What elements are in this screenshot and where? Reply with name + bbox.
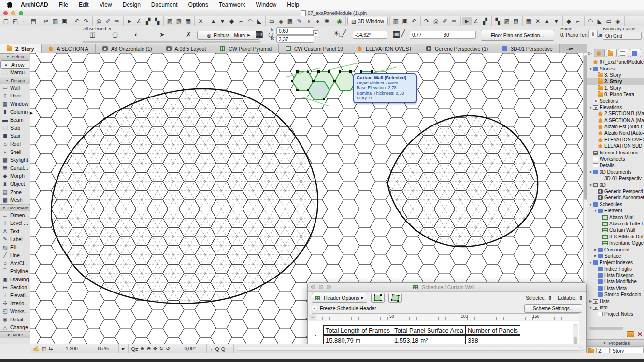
tool-elevati[interactable]: ⥡Elevati... [0,291,30,299]
disclosure-icon[interactable]: ▼ [588,170,593,174]
disclosure-icon[interactable]: ▼ [593,209,598,212]
tree-item-3d-01-perspectiv[interactable]: 3D-01 Perspectiv [587,175,644,181]
pane-expander-icon[interactable]: ▶ [30,111,33,115]
tree-item-element[interactable]: ▼Element [587,208,644,214]
print-icon[interactable]: ▤ [29,17,38,25]
tool-change[interactable]: △Change [0,323,30,332]
menu-item-window[interactable]: Window [251,0,282,10]
tool-section[interactable]: ↦Section [0,283,30,292]
zoom-preview-icon[interactable]: ◫ [42,346,46,352]
tree-item-interior-elevations[interactable]: Interior Elevations [587,149,644,155]
open-icon[interactable]: ◰ [11,17,20,25]
close-window-button[interactable] [3,11,8,15]
tool-mesh[interactable]: ▩Mesh [0,196,30,204]
new-item-icon[interactable] [627,331,634,337]
tab-cw-custom-panel-19[interactable]: CW Custom Panel 19 [279,44,350,53]
favorites-icon[interactable]: ▢ [112,31,118,38]
tree-item-indice-foglio[interactable]: Indice Foglio [587,266,644,272]
tool-dimen[interactable]: ↔Dimen... [0,211,30,220]
virtual-trace-icon[interactable]: ▧ [174,17,184,25]
solid-ops-icon[interactable]: ◕ [313,17,322,25]
publisher-icon[interactable]: ▨ [502,17,512,25]
navigator-tab-publisher[interactable] [630,49,641,57]
tree-item-07-exapanelmodule-1-[interactable]: 07_exaPanelModule (1) [587,59,644,65]
menu-item-document[interactable]: Document [146,0,183,10]
toolbox-group-select[interactable]: ▼Select [0,53,30,60]
apple-menu-icon[interactable] [7,2,13,8]
tool-arrow[interactable]: ▴Arrow [0,60,29,69]
tree-item-lista-vista[interactable]: Lista Vista [587,285,644,292]
layouts-icon[interactable]: ▚ [493,17,502,25]
tool-label[interactable]: ✎Label [0,235,30,243]
tool-roof[interactable]: ⌂Roof [0,140,30,148]
tree-item-generic-axonomet[interactable]: Generic Axonomet [587,195,644,201]
snap-reference-icon[interactable]: ▞ [143,17,153,25]
gravity-icon[interactable]: ▚ [153,17,162,25]
tree-item-abaco-muri[interactable]: Abaco Muri [587,214,644,220]
menu-item-design[interactable]: Design [117,0,146,10]
tree-item-project-notes[interactable]: Project Notes [587,311,644,317]
cut-icon[interactable]: ✂ [42,17,51,25]
pen-sets-icon[interactable]: ▦ [524,17,533,25]
delete-item-icon[interactable]: ✕ [637,331,643,338]
model-check-icon[interactable]: ✕ [533,17,543,25]
freeze-header-checkbox[interactable]: ✓ [312,306,317,311]
disclosure-icon[interactable]: ▶ [593,248,598,251]
pan-icon[interactable]: ✥ [153,346,157,352]
header-options-button[interactable]: Header Options ▶ [312,293,367,303]
tool-drawing[interactable]: ▣Drawing [0,275,30,283]
toolbox-group-more[interactable]: ▶More [0,331,30,338]
paste-icon[interactable]: ▣ [60,17,69,25]
floor-plan-section-button[interactable]: Floor Plan and Section... [481,30,554,41]
zoom-out-icon[interactable]: ⊖ [146,346,151,352]
tree-item-elevation-ovest[interactable]: ELEVATION OVEST [587,137,644,143]
attribute-manager-icon[interactable]: ◣ [595,17,604,25]
disclosure-icon[interactable]: ▼ [588,261,593,264]
tab-elevation-ovest[interactable]: ELEVATION OVEST [350,44,419,53]
menu-item-teamwork[interactable]: Teamwork [214,0,251,10]
schedule-column-header[interactable]: Number of Panels [466,326,520,335]
tool-skylight[interactable]: ▩Skylight [0,156,30,164]
tab-generic-perspective-1-[interactable]: Generic Perspective (1) [419,44,495,53]
tool-polyline[interactable]: ⌒Polyline [0,267,30,276]
toolbox-group-design[interactable]: ▼Design [0,77,30,84]
zoom-in-icon[interactable]: ⊕ [140,346,144,352]
tree-item-alzato-est-auto-r[interactable]: Alzato Est (Auto-r [587,124,644,130]
tree-item-worksheets[interactable]: Worksheets [587,156,644,162]
new-icon[interactable]: ▢ [1,17,11,25]
zoom-menu-icon[interactable]: ▶ [119,344,128,353]
tool-object[interactable]: ♜Object [0,180,30,188]
3d-window-button[interactable]: ▧3D Window [347,17,388,25]
disclosure-icon[interactable]: ▶ [588,299,593,303]
redo-icon[interactable]: ↷ [82,17,91,25]
mirror-icon[interactable]: ◆ [227,17,236,25]
undo-icon[interactable]: ↶ [72,17,82,25]
tree-item-ies-bimx-di-def[interactable]: IES BIMx di Def [587,234,644,240]
schedule-ruler[interactable]: -- 50100150 [312,313,579,320]
tree-item-3-story[interactable]: 3. Story [587,72,644,78]
delete-icon[interactable]: ✕ [196,17,205,25]
tree-item-info[interactable]: ▼Info [587,305,644,311]
bimx-icon[interactable]: ⌐ [573,17,583,25]
menu-item-view[interactable]: View [94,0,117,10]
disclosure-icon[interactable]: ▼ [588,183,593,187]
camera-settings-icon[interactable]: ◆ [564,17,573,25]
navigator-properties-header[interactable]: ▼ Properties [587,339,644,347]
tab-cw-panel-pyramid[interactable]: CW Panel Pyramid [213,44,279,53]
tab-a-section-a[interactable]: A SECTION A [42,44,96,53]
scale-selector[interactable]: 1:200 [56,344,87,353]
schedule-table[interactable]: Total Length of FramesTotal Panel Surfac… [323,325,520,345]
save-icon[interactable]: ▫ [20,17,29,25]
guide-lines-icon[interactable]: ► [125,17,134,25]
pen-icon[interactable]: ✎ [295,17,304,25]
tool-interio[interactable]: ✢Interio... [0,299,30,307]
next-view-icon[interactable]: Q→ [221,346,231,352]
orbit-3d-icon[interactable]: ▣ [401,17,410,25]
tree-item-3d[interactable]: ▼3D [587,181,644,188]
slant-field[interactable]: 0,77 [410,31,444,39]
tree-item-2-story[interactable]: 2. Story [587,78,644,84]
minimize-window-button[interactable] [11,11,15,15]
settings-dialog-icon[interactable]: ◫ [89,31,95,38]
organizer-icon[interactable]: ▧ [512,17,521,25]
paste-picture-icon[interactable]: ∠ [472,17,481,25]
